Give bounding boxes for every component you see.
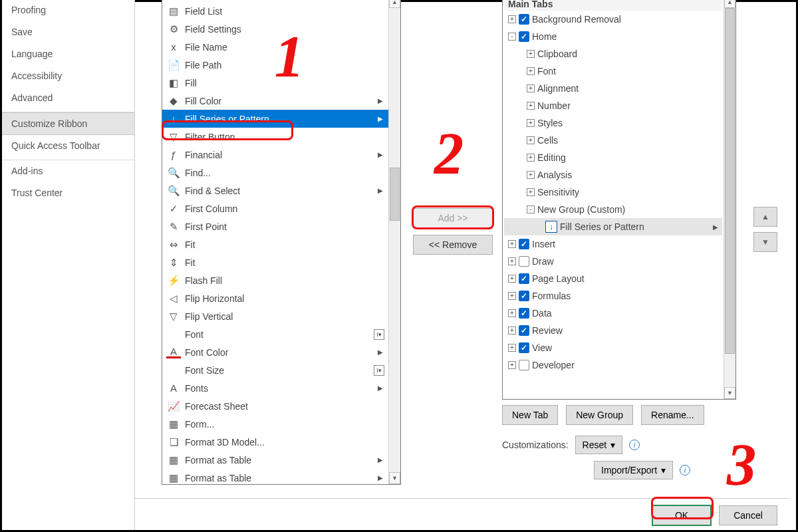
checkbox[interactable]	[519, 31, 529, 42]
add-button[interactable]: Add >>	[413, 208, 493, 228]
tree-node[interactable]: +Cells	[504, 132, 722, 149]
sidebar-item-accessibility[interactable]: Accessibility	[2, 65, 134, 87]
tree-node[interactable]: +Clipboard	[504, 45, 722, 63]
checkbox[interactable]	[519, 360, 529, 370]
command-item[interactable]: ◧Fill	[162, 74, 388, 92]
sidebar-item-advanced[interactable]: Advanced	[2, 87, 134, 109]
command-item[interactable]: 🔍Find...	[162, 164, 388, 182]
command-item[interactable]: ⚡Flash Fill	[162, 271, 388, 289]
scroll-down-icon[interactable]: ▼	[389, 472, 400, 484]
expand-icon[interactable]: +	[527, 188, 535, 196]
command-item[interactable]: ▦Format as Table▶	[162, 469, 388, 484]
tree-node[interactable]: +Developer	[504, 356, 722, 374]
command-item[interactable]: 🔍Find & Select▶	[162, 182, 388, 200]
tree-node[interactable]: +Analysis	[504, 166, 722, 184]
command-item[interactable]: AFonts▶	[162, 379, 388, 397]
expand-icon[interactable]: +	[508, 309, 516, 317]
tree-node[interactable]: +Styles	[504, 114, 722, 132]
command-item[interactable]: ▦Form...	[162, 415, 388, 433]
tree-node[interactable]: +View	[504, 339, 722, 356]
checkbox[interactable]	[519, 325, 529, 336]
collapse-icon[interactable]: -	[508, 33, 516, 41]
tree-node[interactable]: -Home	[504, 28, 722, 45]
remove-button[interactable]: << Remove	[413, 235, 493, 255]
command-item[interactable]: ƒFinancial▶	[162, 146, 388, 164]
command-item[interactable]: ▦Format as Table▶	[162, 451, 388, 469]
info-icon[interactable]: i	[680, 465, 690, 475]
command-item[interactable]: Font SizeI▾	[162, 361, 388, 379]
move-up-button[interactable]: ▲	[753, 207, 777, 227]
sidebar-item-language[interactable]: Language	[2, 43, 134, 65]
scroll-up-icon[interactable]: ▲	[724, 0, 735, 8]
command-item[interactable]: ◆Fill Color▶	[162, 92, 388, 110]
command-item[interactable]: AFont Color▶	[162, 343, 388, 361]
checkbox[interactable]	[519, 342, 529, 353]
tree-node[interactable]: +Page Layout	[504, 270, 722, 287]
new-group-button[interactable]: New Group	[566, 405, 633, 425]
expand-icon[interactable]: +	[508, 327, 516, 334]
tree-scrollbar[interactable]: ▲ ▼	[724, 0, 735, 399]
cancel-button[interactable]: Cancel	[719, 505, 777, 525]
checkbox[interactable]	[519, 273, 529, 284]
tree-node[interactable]: -New Group (Custom)	[504, 201, 722, 218]
ribbon-tree[interactable]: Main Tabs +Background Removal-Home+Clipb…	[502, 0, 736, 400]
expand-icon[interactable]: +	[527, 136, 535, 144]
sidebar-item-proofing[interactable]: Proofing	[2, 0, 134, 21]
expand-icon[interactable]: +	[527, 171, 535, 179]
command-item[interactable]: ⇕Fit	[162, 253, 388, 271]
sidebar-item-trust-center[interactable]: Trust Center	[2, 182, 134, 204]
commands-listbox[interactable]: ▦Field Headers▤Field List⚙Field Settings…	[162, 0, 401, 485]
command-item[interactable]: ↓Fill Series or Pattern▶	[162, 110, 388, 128]
tree-node[interactable]: +Insert	[504, 235, 722, 253]
expand-icon[interactable]: +	[508, 257, 516, 265]
command-item[interactable]: ❏Format 3D Model...	[162, 433, 388, 451]
tree-node[interactable]: +Data	[504, 305, 722, 322]
info-icon[interactable]: i	[629, 440, 640, 450]
checkbox[interactable]	[519, 256, 529, 267]
expand-icon[interactable]: +	[508, 15, 516, 23]
checkbox[interactable]	[519, 14, 529, 25]
checkbox[interactable]	[519, 308, 529, 319]
ok-button[interactable]: OK	[652, 505, 711, 525]
sidebar-item-save[interactable]: Save	[2, 21, 134, 43]
tree-node[interactable]: +Formulas	[504, 287, 722, 305]
move-down-button[interactable]: ▼	[753, 232, 777, 252]
command-item[interactable]: ✓First Column	[162, 200, 388, 217]
command-item[interactable]: ▤Field List	[162, 2, 388, 20]
command-item[interactable]: ⇔Fit	[162, 235, 388, 253]
command-item[interactable]: ▽Filter Button	[162, 128, 388, 146]
collapse-icon[interactable]: -	[527, 205, 535, 213]
reset-dropdown[interactable]: Reset▾	[575, 436, 623, 454]
expand-icon[interactable]: +	[527, 50, 535, 58]
tree-node[interactable]: +Font	[504, 63, 722, 80]
expand-icon[interactable]: +	[527, 119, 535, 127]
command-item[interactable]: FontI▾	[162, 325, 388, 343]
tree-node[interactable]: +Background Removal	[504, 11, 722, 28]
command-item[interactable]: 📈Forecast Sheet	[162, 397, 388, 415]
scroll-thumb[interactable]	[725, 8, 735, 354]
tree-node[interactable]: +Sensitivity	[504, 184, 722, 201]
sidebar-item-add-ins[interactable]: Add-ins	[2, 160, 134, 182]
expand-icon[interactable]: +	[527, 154, 535, 162]
checkbox[interactable]	[519, 239, 529, 249]
sidebar-item-quick-access[interactable]: Quick Access Toolbar	[2, 135, 134, 157]
import-export-dropdown[interactable]: Import/Export▾	[594, 461, 673, 479]
checkbox[interactable]	[519, 291, 529, 301]
command-item[interactable]: ◁Flip Horizontal	[162, 289, 388, 307]
rename-button[interactable]: Rename...	[641, 405, 704, 425]
command-item[interactable]: 📄File Path	[162, 56, 388, 74]
expand-icon[interactable]: +	[527, 102, 535, 110]
expand-icon[interactable]: +	[508, 240, 516, 248]
command-item[interactable]: xFile Name	[162, 38, 388, 56]
scroll-thumb[interactable]	[390, 168, 400, 221]
tree-node[interactable]: +Draw	[504, 253, 722, 270]
tree-node[interactable]: ↓Fill Series or Pattern▶	[504, 218, 722, 235]
expand-icon[interactable]: +	[508, 292, 516, 300]
tree-node[interactable]: +Editing	[504, 149, 722, 166]
commands-scrollbar[interactable]: ▲ ▼	[388, 0, 400, 484]
expand-icon[interactable]: +	[527, 84, 535, 92]
tree-node[interactable]: +Review	[504, 322, 722, 339]
new-tab-button[interactable]: New Tab	[502, 405, 558, 425]
expand-icon[interactable]: +	[508, 344, 516, 352]
tree-node[interactable]: +Number	[504, 97, 722, 114]
